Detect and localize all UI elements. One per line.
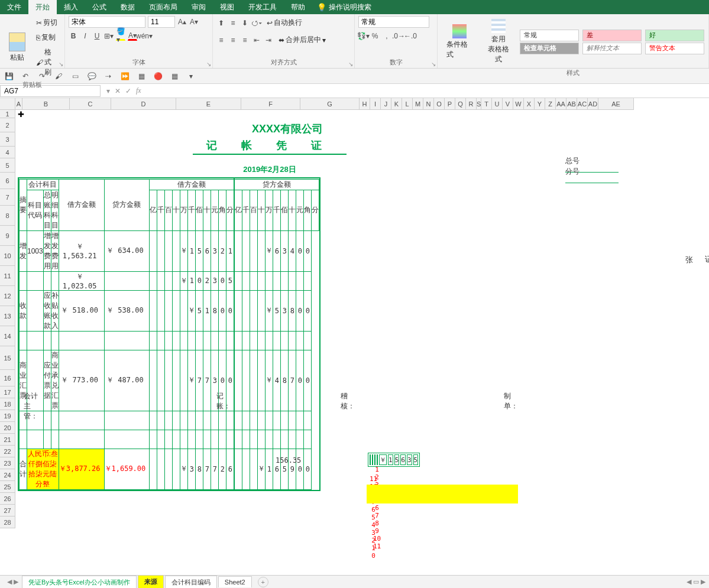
phonetic-button[interactable]: wén▾ [140,31,149,41]
wrap-text-button[interactable]: ↩自动换行 [264,16,305,30]
col-header[interactable]: T [481,98,492,110]
col-header[interactable]: D [111,98,176,110]
col-header[interactable]: AE [598,98,634,110]
row-header[interactable]: 5 [0,158,15,173]
dialog-launcher-icon[interactable]: ↘ [348,61,353,67]
col-header[interactable]: L [402,98,413,110]
fx-icon[interactable]: fx [136,86,141,95]
font-name-select[interactable] [69,16,145,28]
voucher-table[interactable]: 摘 要会计科目借方金额贷方金额借方金额贷方金额科目代码总账科目明细科目亿千百十万… [18,177,320,491]
col-header[interactable]: U [492,98,503,110]
qat-print-button[interactable]: ▭ [70,71,80,82]
col-header[interactable]: Z [545,98,556,110]
table-format-button[interactable]: 套用 表格格式 [480,16,517,67]
row-header[interactable]: 17 [0,386,15,398]
col-header[interactable]: B [22,98,70,110]
qat-button[interactable]: 🔴 [153,71,163,82]
tab-layout[interactable]: 页面布局 [142,0,184,15]
tab-help[interactable]: 帮助 [284,0,312,15]
sheet-tab[interactable]: 会计科目编码 [165,576,217,583]
cancel-formula-icon[interactable]: ✕ [115,87,121,95]
increase-decimal-button[interactable]: .0→ [394,31,403,41]
row-header[interactable]: 12 [0,286,15,306]
row-header[interactable]: 22 [0,446,15,457]
row-header[interactable]: 26 [0,493,15,505]
merge-center-button[interactable]: ⬌合并后居中▾ [276,33,329,47]
qat-button[interactable]: ⇢ [103,71,114,82]
col-header[interactable]: K [391,98,402,110]
tab-formula[interactable]: 公式 [85,0,114,15]
row-header[interactable]: 18 [0,398,15,410]
qat-speak-button[interactable]: 💬 [86,71,97,82]
style-bad[interactable]: 差 [582,30,642,41]
font-size-select[interactable] [148,16,175,28]
row-header[interactable]: 7 [0,189,15,206]
tab-dev[interactable]: 开发工具 [241,0,284,15]
fill-color-button[interactable]: 🪣▾ [116,31,125,41]
style-warn[interactable]: 警告文本 [645,43,704,54]
row-header[interactable]: 1 [0,110,15,118]
row-header[interactable]: 4 [0,147,15,158]
col-header[interactable]: H [360,98,370,110]
sheet-tab[interactable]: Sheet2 [218,576,252,583]
style-good[interactable]: 好 [645,30,704,41]
border-button[interactable]: ⊞▾ [104,31,114,41]
qat-button[interactable]: ⏩ [119,71,130,82]
row-header[interactable]: 20 [0,422,15,434]
row-header[interactable]: 27 [0,505,15,516]
bold-button[interactable]: B [69,31,78,41]
paste-button[interactable]: 粘贴 [4,30,31,66]
row-header[interactable]: 13 [0,306,15,326]
dialog-launcher-icon[interactable]: ↘ [206,61,211,67]
qat-button[interactable]: ▦ [136,71,147,82]
col-header[interactable]: AD [588,98,598,110]
increase-font-button[interactable]: A▴ [177,17,187,27]
row-header[interactable]: 19 [0,410,15,422]
row-header[interactable]: 21 [0,434,15,446]
tab-home[interactable]: 开始 [28,0,57,15]
indent-decrease-button[interactable]: ⇤ [252,35,261,45]
col-header[interactable]: AC [577,98,588,110]
comma-button[interactable]: , [382,31,391,41]
formula-input[interactable] [146,86,705,95]
style-normal[interactable]: 常规 [520,30,579,41]
hscroll-buttons[interactable]: ◀ ▭ ▶ [687,578,705,583]
col-header[interactable]: G [300,98,360,110]
row-header[interactable]: 10 [0,246,15,266]
col-header[interactable]: N [423,98,434,110]
align-left-button[interactable]: ≡ [216,35,226,45]
tab-data[interactable]: 数据 [114,0,142,15]
col-header[interactable]: R [466,98,477,110]
number-format-select[interactable] [358,16,429,28]
row-header[interactable]: 15 [0,346,15,370]
align-right-button[interactable]: ≡ [240,35,250,45]
tab-insert[interactable]: 插入 [57,0,85,15]
row-header[interactable]: 28 [0,516,15,528]
qat-dropdown[interactable]: ▾ [186,71,196,82]
decrease-font-button[interactable]: A▾ [189,17,199,27]
col-header[interactable]: P [445,98,455,110]
col-header[interactable]: E [176,98,241,110]
sheet-tab[interactable]: 凭证By头条号Excel办公小动画制作 [22,576,137,583]
row-header[interactable]: 6 [0,173,15,189]
row-header[interactable]: 3 [0,132,15,147]
row-header[interactable]: 14 [0,326,15,346]
row-headers[interactable]: 1234567891011121314151617181920212223242… [0,110,15,528]
col-header[interactable]: Y [535,98,545,110]
row-header[interactable]: 2 [0,118,15,132]
tab-review[interactable]: 审阅 [184,0,213,15]
sheet-tab[interactable]: 来源 [138,575,164,583]
italic-button[interactable]: I [80,31,90,41]
tab-file[interactable]: 文件 [0,0,28,15]
indent-increase-button[interactable]: ⇥ [264,35,273,45]
copy-button[interactable]: ⎘复制 [33,31,61,44]
select-all-corner[interactable] [0,98,15,110]
align-top-button[interactable]: ⬆ [216,18,226,28]
row-header[interactable]: 11 [0,266,15,286]
align-bottom-button[interactable]: ⬇ [240,18,250,28]
conditional-format-button[interactable]: 条件格式 [441,21,478,63]
underline-button[interactable]: U [92,31,102,41]
column-headers[interactable]: ABCDEFGHIJKLMNOPQRSTUVWXYZAAABACADAE [15,98,634,110]
col-header[interactable]: Q [455,98,466,110]
tab-view[interactable]: 视图 [213,0,241,15]
